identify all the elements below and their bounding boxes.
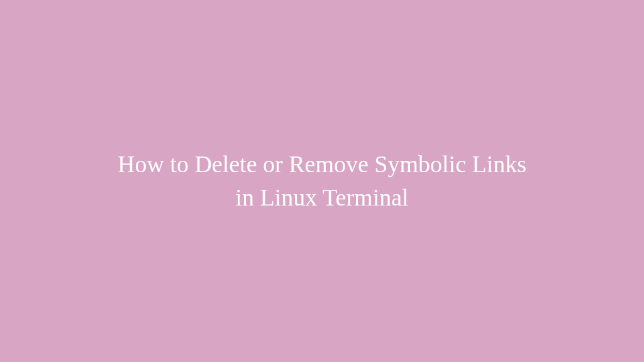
title-container: How to Delete or Remove Symbolic Links i… <box>80 148 564 214</box>
title-line-1: How to Delete or Remove Symbolic Links <box>118 151 526 177</box>
title-line-2: in Linux Terminal <box>235 184 408 211</box>
page-title: How to Delete or Remove Symbolic Links i… <box>118 148 526 214</box>
